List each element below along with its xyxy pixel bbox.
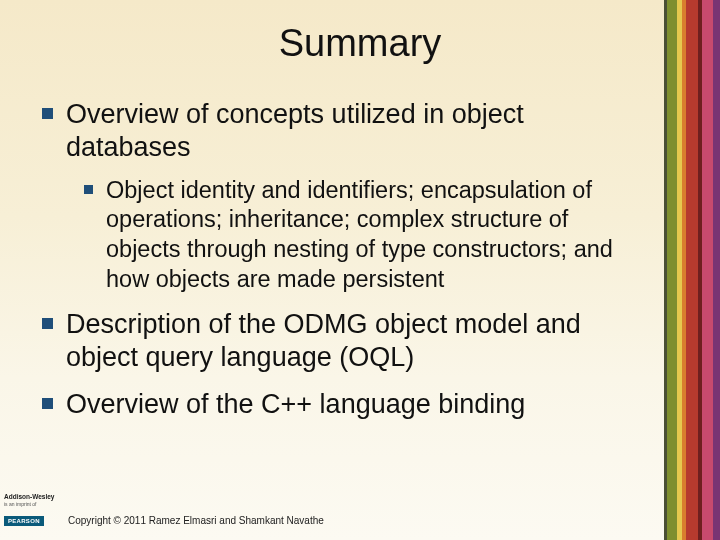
logo-line2: is an imprint of: [4, 502, 60, 507]
logo-brand: PEARSON: [4, 516, 44, 526]
bullet-text: Description of the ODMG object model and…: [66, 309, 581, 372]
slide-title: Summary: [0, 0, 720, 65]
publisher-logo: Addison-Wesley is an imprint of PEARSON: [4, 494, 60, 528]
sub-bullet-item: Object identity and identifiers; encapsu…: [80, 176, 646, 294]
sub-bullet-text: Object identity and identifiers; encapsu…: [106, 177, 613, 292]
bullet-item: Overview of concepts utilized in object …: [36, 98, 646, 294]
decorative-stripes: [664, 0, 720, 540]
bullet-item: Description of the ODMG object model and…: [36, 308, 646, 374]
slide: Summary Overview of concepts utilized in…: [0, 0, 720, 540]
bullet-text: Overview of concepts utilized in object …: [66, 99, 524, 162]
bullet-text: Overview of the C++ language binding: [66, 389, 525, 419]
logo-line1: Addison-Wesley: [4, 494, 60, 501]
slide-content: Overview of concepts utilized in object …: [36, 98, 646, 435]
bullet-item: Overview of the C++ language binding: [36, 388, 646, 421]
copyright-text: Copyright © 2011 Ramez Elmasri and Shamk…: [68, 515, 324, 526]
